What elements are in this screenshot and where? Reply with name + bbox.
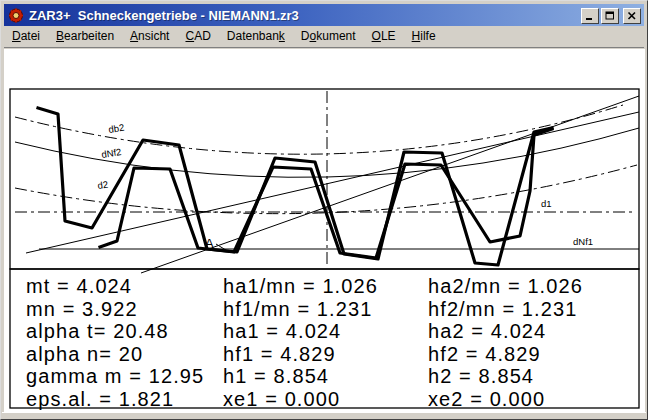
param-col2-row2: hf1/mn = 1.231 (223, 298, 372, 320)
menu-item-datei[interactable]: Datei (4, 27, 48, 46)
param-col3-row4: hf2 = 4.829 (428, 343, 541, 365)
param-col1-row3: alpha t= 20.48 (26, 320, 169, 342)
param-col3-row5: h2 = 8.854 (428, 365, 534, 387)
maximize-button[interactable] (601, 8, 619, 24)
minimize-icon (585, 11, 595, 21)
menu-item-hilfe[interactable]: Hilfe (404, 27, 444, 46)
param-col1-row1: mt = 4.024 (26, 275, 132, 297)
client-area: db2 dNf2 d2 d1 dNf1 A mt = 4.024mn = 3.9… (4, 49, 645, 415)
param-col2-row3: ha1 = 4.024 (223, 320, 341, 342)
d1-label: d1 (541, 198, 552, 209)
titlebar: ZAR3+ Schneckengetriebe - NIEMANN1.zr3 (4, 4, 644, 26)
param-col1-row4: alpha n= 20 (26, 343, 143, 365)
menu-item-ansicht[interactable]: Ansicht (122, 27, 177, 46)
d2-label: d2 (97, 179, 109, 191)
param-col3-row2: hf2/mn = 1.231 (428, 298, 577, 320)
close-icon (627, 11, 637, 21)
app-icon (8, 8, 24, 23)
point-a-marker: A (205, 236, 214, 251)
close-button[interactable] (623, 8, 641, 24)
param-col1-row6: eps.al. = 1.821 (26, 388, 174, 410)
param-col2-row1: ha1/mn = 1.026 (223, 275, 378, 297)
menu-item-ole[interactable]: OLE (364, 27, 404, 46)
param-col2-row6: xe1 = 0.000 (223, 388, 340, 410)
window-bottom-frame (2, 412, 646, 418)
parameter-grid: mt = 4.024mn = 3.922alpha t= 20.48alpha … (26, 275, 583, 410)
param-col3-row3: ha2 = 4.024 (428, 320, 546, 342)
gear-mesh-drawing: db2 dNf2 d2 d1 dNf1 A mt = 4.024mn = 3.9… (4, 49, 645, 415)
param-col3-row1: ha2/mn = 1.026 (428, 275, 583, 297)
menu-item-cad[interactable]: CAD (177, 27, 218, 46)
dnf1-label: dNf1 (573, 236, 593, 247)
maximize-icon (605, 11, 615, 21)
db2-label: db2 (108, 122, 125, 135)
menu-item-dokument[interactable]: Dokument (293, 27, 364, 46)
app-window: ZAR3+ Schneckengetriebe - NIEMANN1.zr3 D… (0, 0, 648, 420)
menubar: DateiBearbeitenAnsichtCADDatenbankDokume… (4, 26, 644, 47)
minimize-button[interactable] (581, 8, 599, 24)
param-col2-row4: hf1 = 4.829 (223, 343, 336, 365)
window-title: ZAR3+ Schneckengetriebe - NIEMANN1.zr3 (29, 8, 299, 23)
menu-item-datenbank[interactable]: Datenbank (219, 27, 293, 46)
param-col1-row2: mn = 3.922 (26, 298, 138, 320)
param-col2-row5: h1 = 8.854 (223, 365, 329, 387)
param-col3-row6: xe2 = 0.000 (428, 388, 545, 410)
param-col1-row5: gamma m = 12.95 (26, 365, 204, 387)
menu-item-bearbeiten[interactable]: Bearbeiten (48, 27, 122, 46)
dnf2-label: dNf2 (101, 146, 123, 160)
action-line-1 (141, 96, 639, 273)
